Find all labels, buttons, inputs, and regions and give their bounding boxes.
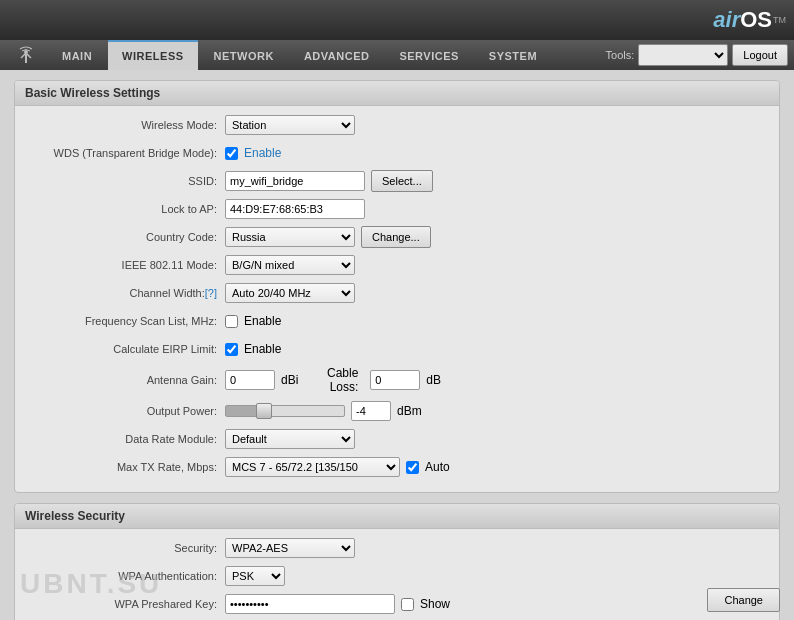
wpa-auth-select[interactable]: PSK EAP	[225, 566, 285, 586]
channel-width-row: Channel Width:[?] Auto 20/40 MHz	[25, 282, 769, 304]
tab-system[interactable]: SYSTEM	[475, 40, 551, 70]
cable-loss-label: Cable Loss:	[304, 366, 364, 394]
ssid-control: Select...	[225, 170, 433, 192]
freq-scan-control: Enable	[225, 314, 281, 328]
wpa-key-control: Show	[225, 594, 450, 614]
tools-dropdown[interactable]	[638, 44, 728, 66]
country-code-label: Country Code:	[25, 231, 225, 243]
wds-control: Enable	[225, 146, 281, 160]
tab-main[interactable]: MAIN	[48, 40, 106, 70]
wds-label: WDS (Transparent Bridge Mode):	[25, 147, 225, 159]
eirp-label: Calculate EIRP Limit:	[25, 343, 225, 355]
max-tx-select[interactable]: MCS 7 - 65/72.2 [135/150	[225, 457, 400, 477]
main-content: Basic Wireless Settings Wireless Mode: S…	[0, 70, 794, 620]
max-tx-label: Max TX Rate, Mbps:	[25, 461, 225, 473]
svg-point-3	[24, 50, 28, 54]
top-bar: air OS TM	[0, 0, 794, 40]
output-power-row: Output Power: dBm	[25, 400, 769, 422]
security-label: Security:	[25, 542, 225, 554]
eirp-row: Calculate EIRP Limit: Enable	[25, 338, 769, 360]
antenna-gain-control: dBi Cable Loss: dB	[225, 366, 441, 394]
wireless-mode-control: Station Access Point Station WDS	[225, 115, 355, 135]
ssid-row: SSID: Select...	[25, 170, 769, 192]
antenna-icon[interactable]	[6, 40, 46, 70]
power-slider-thumb[interactable]	[256, 403, 272, 419]
wds-enable-label: Enable	[244, 146, 281, 160]
eirp-enable-label: Enable	[244, 342, 281, 356]
bottom-bar: Change	[707, 588, 780, 612]
output-power-input[interactable]	[351, 401, 391, 421]
tab-network[interactable]: NETWORK	[200, 40, 288, 70]
wpa-auth-control: PSK EAP	[225, 566, 285, 586]
wireless-mode-row: Wireless Mode: Station Access Point Stat…	[25, 114, 769, 136]
tab-wireless[interactable]: WIRELESS	[108, 40, 197, 70]
wireless-security-section: Wireless Security Security: WPA2-AES WPA…	[14, 503, 780, 620]
wireless-mode-label: Wireless Mode:	[25, 119, 225, 131]
country-code-control: Russia Change...	[225, 226, 431, 248]
security-select[interactable]: WPA2-AES WPA-AES WPA2-TKIP None	[225, 538, 355, 558]
channel-width-control: Auto 20/40 MHz	[225, 283, 355, 303]
antenna-cable-row: Antenna Gain: dBi Cable Loss: dB	[25, 366, 769, 394]
tab-services[interactable]: SERVICES	[385, 40, 472, 70]
logo-tm: TM	[773, 15, 786, 25]
max-tx-auto-label: Auto	[425, 460, 450, 474]
show-password-checkbox[interactable]	[401, 598, 414, 611]
ssid-input[interactable]	[225, 171, 365, 191]
max-tx-row: Max TX Rate, Mbps: MCS 7 - 65/72.2 [135/…	[25, 456, 769, 478]
output-power-label: Output Power:	[25, 405, 225, 417]
security-control: WPA2-AES WPA-AES WPA2-TKIP None	[225, 538, 355, 558]
lock-ap-label: Lock to AP:	[25, 203, 225, 215]
wireless-security-header: Wireless Security	[15, 504, 779, 529]
data-rate-control: Default Custom	[225, 429, 355, 449]
country-code-row: Country Code: Russia Change...	[25, 226, 769, 248]
logout-button[interactable]: Logout	[732, 44, 788, 66]
freq-scan-label: Frequency Scan List, MHz:	[25, 315, 225, 327]
security-row: Security: WPA2-AES WPA-AES WPA2-TKIP Non…	[25, 537, 769, 559]
data-rate-row: Data Rate Module: Default Custom	[25, 428, 769, 450]
antenna-gain-unit: dBi	[281, 373, 298, 387]
freq-scan-row: Frequency Scan List, MHz: Enable	[25, 310, 769, 332]
cable-loss-input[interactable]	[370, 370, 420, 390]
channel-width-label: Channel Width:[?]	[25, 287, 225, 299]
show-password-label: Show	[420, 597, 450, 611]
lock-ap-control	[225, 199, 365, 219]
logo-area: air OS TM	[713, 7, 786, 33]
ieee-mode-row: IEEE 802.11 Mode: B/G/N mixed A/N mixed …	[25, 254, 769, 276]
ieee-mode-control: B/G/N mixed A/N mixed N only	[225, 255, 355, 275]
data-rate-label: Data Rate Module:	[25, 433, 225, 445]
lock-ap-row: Lock to AP:	[25, 198, 769, 220]
watermark: UBNT.SU	[20, 568, 162, 600]
power-slider-track[interactable]	[225, 405, 345, 417]
wds-checkbox[interactable]	[225, 147, 238, 160]
eirp-control: Enable	[225, 342, 281, 356]
ssid-label: SSID:	[25, 175, 225, 187]
output-power-control: dBm	[225, 401, 422, 421]
wds-row: WDS (Transparent Bridge Mode): Enable	[25, 142, 769, 164]
nav-bar: MAIN WIRELESS NETWORK ADVANCED SERVICES …	[0, 40, 794, 70]
wpa-key-input[interactable]	[225, 594, 395, 614]
nav-right: Tools: Logout	[606, 40, 788, 70]
antenna-gain-input[interactable]	[225, 370, 275, 390]
change-button[interactable]: Change	[707, 588, 780, 612]
data-rate-select[interactable]: Default Custom	[225, 429, 355, 449]
select-button[interactable]: Select...	[371, 170, 433, 192]
basic-wireless-section: Basic Wireless Settings Wireless Mode: S…	[14, 80, 780, 493]
cable-loss-unit: dB	[426, 373, 441, 387]
change-country-button[interactable]: Change...	[361, 226, 431, 248]
antenna-gain-label: Antenna Gain:	[25, 374, 225, 386]
logo-os: OS	[740, 7, 772, 33]
ieee-mode-label: IEEE 802.11 Mode:	[25, 259, 225, 271]
eirp-checkbox[interactable]	[225, 343, 238, 356]
max-tx-auto-checkbox[interactable]	[406, 461, 419, 474]
max-tx-control: MCS 7 - 65/72.2 [135/150 Auto	[225, 457, 450, 477]
basic-wireless-header: Basic Wireless Settings	[15, 81, 779, 106]
freq-scan-checkbox[interactable]	[225, 315, 238, 328]
lock-ap-input[interactable]	[225, 199, 365, 219]
country-code-select[interactable]: Russia	[225, 227, 355, 247]
tab-advanced[interactable]: ADVANCED	[290, 40, 384, 70]
basic-wireless-body: Wireless Mode: Station Access Point Stat…	[15, 106, 779, 492]
ieee-mode-select[interactable]: B/G/N mixed A/N mixed N only	[225, 255, 355, 275]
wireless-mode-select[interactable]: Station Access Point Station WDS	[225, 115, 355, 135]
channel-width-select[interactable]: Auto 20/40 MHz	[225, 283, 355, 303]
power-slider-container	[225, 405, 345, 417]
